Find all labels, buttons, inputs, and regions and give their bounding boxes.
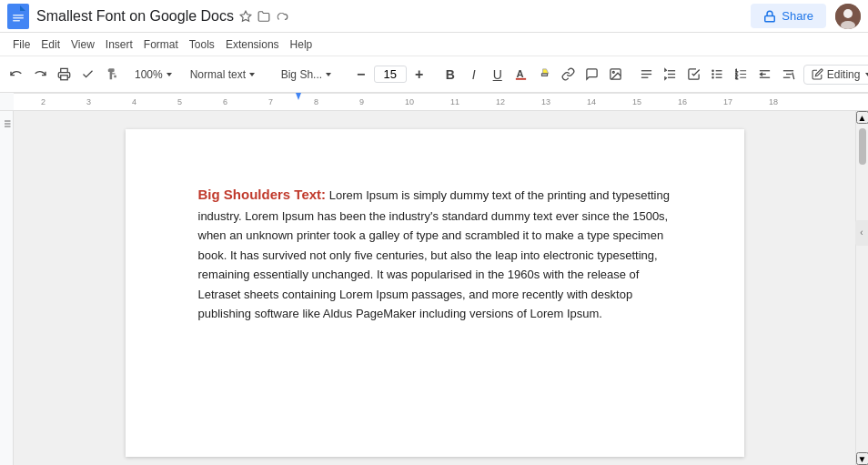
pencil-icon: [812, 68, 823, 80]
avatar[interactable]: [835, 4, 861, 29]
svg-marker-58: [296, 93, 301, 100]
menu-extensions[interactable]: Extensions: [220, 36, 285, 53]
svg-rect-2: [13, 17, 24, 19]
style-dropdown[interactable]: Normal text: [187, 66, 268, 83]
menubar: File Edit View Insert Format Tools Exten…: [0, 33, 868, 56]
svg-text:15: 15: [632, 97, 641, 106]
underline-button[interactable]: U: [487, 62, 509, 87]
ruler-area: 2 3 4 5 6 7 8 9 10 11 12 13 14 15 16 17 …: [0, 93, 868, 111]
menu-file[interactable]: File: [7, 36, 35, 53]
svg-text:7: 7: [268, 97, 273, 106]
ruler-left-margin: [0, 93, 14, 110]
titlebar: Smallest Font on Google Docs Share: [0, 0, 868, 33]
undo-button[interactable]: [5, 62, 27, 87]
doc-paragraph[interactable]: Big Shoulders Text: Lorem Ipsum is simpl…: [198, 184, 671, 323]
svg-point-24: [712, 70, 713, 71]
svg-text:14: 14: [587, 97, 596, 106]
scroll-up-button[interactable]: ▲: [856, 111, 869, 124]
svg-rect-11: [516, 78, 526, 80]
svg-rect-9: [60, 76, 67, 80]
font-size-box: 15: [374, 66, 407, 83]
menu-format[interactable]: Format: [138, 36, 184, 53]
title-section: Smallest Font on Google Docs: [36, 8, 751, 25]
highlight-button[interactable]: [534, 62, 556, 87]
svg-text:2: 2: [41, 97, 45, 106]
lock-icon: [763, 10, 776, 23]
font-size-input[interactable]: 15: [378, 67, 403, 81]
svg-rect-5: [765, 15, 775, 21]
doc-heading: Big Shoulders Text:: [198, 187, 327, 202]
italic-button[interactable]: I: [463, 62, 485, 87]
toolbar: 100% Normal text Big Sh... − 15 + B I U …: [0, 56, 868, 93]
svg-marker-4: [240, 11, 251, 21]
editing-label: Editing: [827, 68, 861, 81]
doc-title[interactable]: Smallest Font on Google Docs: [36, 8, 234, 25]
clear-format-button[interactable]: [778, 62, 800, 87]
svg-line-39: [792, 73, 794, 80]
indent-decrease-button[interactable]: [754, 62, 776, 87]
numbered-list-button[interactable]: 1.2.3.: [731, 62, 752, 87]
menu-view[interactable]: View: [66, 36, 100, 53]
svg-rect-3: [13, 20, 20, 22]
folder-icon[interactable]: [257, 10, 270, 23]
svg-text:13: 13: [541, 97, 550, 106]
ruler: 2 3 4 5 6 7 8 9 10 11 12 13 14 15 16 17 …: [14, 93, 868, 110]
svg-point-7: [843, 9, 853, 18]
main-area: Big Shoulders Text: Lorem Ipsum is simpl…: [0, 111, 868, 465]
svg-text:6: 6: [223, 97, 227, 106]
svg-text:9: 9: [359, 97, 364, 106]
zoom-dropdown[interactable]: 100%: [131, 66, 177, 83]
comment-button[interactable]: [581, 62, 603, 87]
sidebar-outline-icon[interactable]: [1, 118, 12, 465]
svg-text:11: 11: [450, 97, 459, 106]
svg-text:17: 17: [723, 97, 732, 106]
bullet-list-button[interactable]: [707, 62, 729, 87]
scrollbar[interactable]: ▲ ▼: [855, 111, 868, 465]
font-dropdown[interactable]: Big Sh...: [278, 66, 341, 83]
svg-text:A: A: [517, 68, 524, 79]
doc-page[interactable]: Big Shoulders Text: Lorem Ipsum is simpl…: [126, 129, 744, 457]
image-button[interactable]: [605, 62, 627, 87]
svg-text:8: 8: [314, 97, 318, 106]
link-button[interactable]: [558, 62, 580, 87]
menu-insert[interactable]: Insert: [100, 36, 138, 53]
redo-button[interactable]: [29, 62, 51, 87]
share-button[interactable]: Share: [751, 4, 826, 28]
svg-rect-1: [13, 15, 24, 16]
cloud-icon: [276, 10, 288, 23]
doc-area[interactable]: Big Shoulders Text: Lorem Ipsum is simpl…: [14, 111, 855, 465]
star-icon[interactable]: [239, 10, 252, 23]
svg-text:10: 10: [405, 97, 414, 106]
left-panel: [0, 111, 14, 465]
checklist-button[interactable]: [683, 62, 705, 87]
scroll-thumb[interactable]: [859, 128, 866, 165]
paint-format-button[interactable]: [100, 62, 122, 87]
spellcheck-button[interactable]: [76, 62, 98, 87]
svg-rect-12: [542, 74, 548, 76]
text-color-button[interactable]: A: [510, 62, 532, 87]
align-button[interactable]: [636, 62, 658, 87]
svg-text:3.: 3.: [735, 76, 738, 80]
menu-edit[interactable]: Edit: [35, 36, 66, 53]
font-size-increase[interactable]: +: [409, 62, 430, 87]
editing-mode-button[interactable]: Editing: [803, 65, 868, 85]
svg-text:12: 12: [496, 97, 505, 106]
font-size-decrease[interactable]: −: [350, 62, 372, 87]
svg-point-25: [712, 74, 713, 75]
collapse-right-panel-button[interactable]: ‹: [855, 220, 868, 246]
svg-text:4: 4: [132, 97, 136, 106]
svg-text:5: 5: [177, 97, 182, 106]
print-button[interactable]: [53, 62, 75, 87]
line-spacing-button[interactable]: [660, 62, 681, 87]
svg-point-14: [613, 71, 615, 73]
docs-icon: [7, 4, 29, 29]
scroll-down-button[interactable]: ▼: [856, 452, 869, 465]
menu-help[interactable]: Help: [285, 36, 318, 53]
svg-text:3: 3: [86, 97, 91, 106]
bold-button[interactable]: B: [439, 62, 461, 87]
svg-point-26: [712, 77, 713, 78]
menu-tools[interactable]: Tools: [184, 36, 220, 53]
doc-body: Lorem Ipsum is simply dummy text of the …: [198, 188, 670, 320]
svg-text:18: 18: [769, 97, 778, 106]
chevron-down-icon: [863, 70, 868, 79]
